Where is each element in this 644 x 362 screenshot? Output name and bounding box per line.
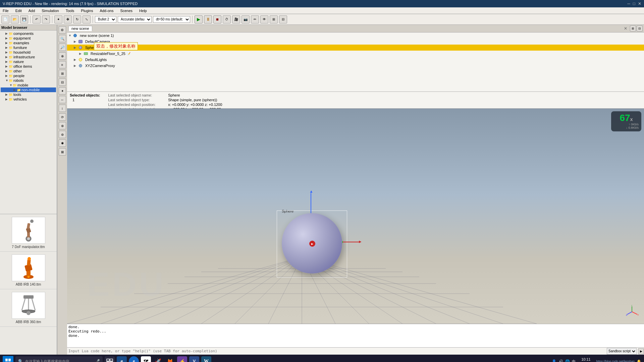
expand-btn[interactable]: ▼ <box>5 79 9 82</box>
menu-file[interactable]: File <box>1 8 10 13</box>
taskview-button[interactable] <box>105 356 115 362</box>
vt-btn-13[interactable]: ⊚ <box>59 131 66 138</box>
vt-btn-7[interactable]: ⊟ <box>59 78 66 86</box>
tb-select[interactable]: ✦ <box>54 15 62 23</box>
tree-item-non-mobile[interactable]: ▶📁non-mobile <box>1 87 56 92</box>
menu-plugins[interactable]: Plugins <box>79 8 94 13</box>
tb-open[interactable]: 📂 <box>11 15 19 23</box>
sphere-center-handle[interactable]: ► <box>309 241 315 247</box>
play-button[interactable]: ▶ <box>195 15 203 23</box>
vt-btn-2[interactable]: 🔍 <box>59 35 66 42</box>
tb-grid[interactable]: ⊞ <box>270 15 278 23</box>
expand-btn[interactable]: ▶ <box>5 60 9 63</box>
expand-btn[interactable]: ▶ <box>5 37 9 40</box>
tb-undo[interactable]: ↶ <box>33 15 41 23</box>
stop-button[interactable]: ■ <box>213 15 221 23</box>
vt-btn-4[interactable]: ⊕ <box>59 52 66 60</box>
sh-item-resizablefloor_5_25[interactable]: ▶ResizableFloor_5_25📝 <box>67 51 644 57</box>
model-tree[interactable]: ▶📁components▶📁equipment▶📁examples▶📁furni… <box>0 31 57 214</box>
sh-item-defaultlights[interactable]: ▶DefaultLights <box>67 57 644 63</box>
sh-item-xyzcameraproxy[interactable]: ▶XYZCameraProxy <box>67 63 644 69</box>
tree-item-other[interactable]: ▶📁other <box>1 69 56 73</box>
tree-item-examples[interactable]: ▶📁examples <box>1 41 56 45</box>
vt-btn-14[interactable]: ✱ <box>59 139 66 147</box>
thumbnail-item-0[interactable]: 7 DoF manipulator.ttm <box>0 214 57 252</box>
vt-btn-1[interactable]: ⚙ <box>59 26 66 34</box>
tree-item-equipment[interactable]: ▶📁equipment <box>1 36 56 41</box>
tree-item-components[interactable]: ▶📁components <box>1 31 56 36</box>
sphere-object[interactable]: Sphere ▲ ► ► <box>282 209 342 274</box>
vt-btn-11[interactable]: ⟳ <box>59 113 66 121</box>
expand-btn[interactable]: ▶ <box>5 51 9 54</box>
vt-btn-3[interactable]: 🔎 <box>59 44 66 51</box>
expand-btn[interactable]: ▶ <box>5 55 9 59</box>
tree-item-office-items[interactable]: ▶📁office items <box>1 64 56 69</box>
sh-expand-btn[interactable]: ▼ <box>68 34 72 37</box>
expand-btn[interactable]: ▶ <box>5 74 9 77</box>
tree-item-vehicles[interactable]: ▶📁vehicles <box>1 97 56 102</box>
tree-item-people[interactable]: ▶📁people <box>1 73 56 78</box>
firefox-icon[interactable]: 🦊 <box>165 356 175 362</box>
close-button[interactable]: ✕ <box>638 1 641 6</box>
sh-expand-btn[interactable]: ▶ <box>74 40 78 43</box>
app6-icon[interactable]: ⚡ <box>177 356 187 362</box>
vt-btn-5[interactable]: ≡ <box>59 61 66 68</box>
vt-btn-8[interactable]: ✦ <box>59 87 66 95</box>
menu-tools[interactable]: Tools <box>64 8 76 13</box>
tree-item-furniture[interactable]: ▶📁furniture <box>1 45 56 50</box>
tb-cam3[interactable]: ✏ <box>251 15 259 23</box>
edge-icon-2[interactable]: e <box>129 356 139 362</box>
expand-btn[interactable]: ▼ <box>9 83 13 87</box>
thumbnail-item-1[interactable]: ABB IRB 140.ttm <box>0 252 57 289</box>
taskbar-input-icon[interactable]: 中 <box>572 359 576 362</box>
rocketdock-icon[interactable]: 🚀 <box>153 356 163 362</box>
tb-redo[interactable]: ↷ <box>42 15 50 23</box>
expand-btn[interactable]: ▶ <box>5 46 9 49</box>
notification-icon[interactable]: 🔔 <box>637 359 641 362</box>
vt-btn-15[interactable]: ⊠ <box>59 148 66 156</box>
tree-item-robots[interactable]: ▼📁robots <box>1 78 56 83</box>
expand-btn[interactable]: ▶ <box>5 98 9 101</box>
vrep-taskbar-icon[interactable]: V <box>189 356 199 362</box>
maps-icon[interactable]: 🗺 <box>141 356 151 362</box>
menu-add[interactable]: Add <box>27 8 37 13</box>
search-bar[interactable]: 🔍 在这里输入你要搜索的内容 🎤 <box>15 356 103 362</box>
expand-btn[interactable]: ▶ <box>5 65 9 68</box>
tb-scale[interactable]: ⤡ <box>83 15 91 23</box>
menu-edit[interactable]: Edit <box>14 8 23 13</box>
tb-save[interactable]: 💾 <box>20 15 28 23</box>
lua-input-field[interactable] <box>67 348 607 355</box>
expand-btn[interactable]: ▶ <box>5 69 9 73</box>
minimize-button[interactable]: ─ <box>627 1 630 6</box>
sh-item-new-scene-(scene-1)[interactable]: ▼new scene (scene 1) <box>67 33 644 39</box>
taskbar-sound-icon[interactable]: 🔊 <box>558 359 563 362</box>
tree-item-tools[interactable]: ▶📁tools <box>1 92 56 97</box>
tree-item-infrastructure[interactable]: ▶📁infrastructure <box>1 55 56 59</box>
tb-realtime[interactable]: ⏱ <box>223 15 231 23</box>
expand-btn[interactable]: ▶ <box>5 93 9 96</box>
taskbar-clock[interactable]: 10:11 2019/3/28 <box>578 357 594 362</box>
pause-button[interactable]: ⏸ <box>204 15 212 23</box>
edge-taskbar-icon[interactable]: e <box>117 356 127 362</box>
sh-expand-btn[interactable]: ▶ <box>74 46 78 49</box>
tb-move[interactable]: ✤ <box>64 15 72 23</box>
menu-addons[interactable]: Add-ons <box>98 8 115 13</box>
lua-run-button[interactable]: ▶ <box>638 348 644 354</box>
thumbnail-item-2[interactable]: ABB IRB 360.ttm <box>0 289 57 327</box>
script-type-select[interactable]: Sandbox script Main script <box>607 348 637 355</box>
start-button[interactable] <box>3 356 13 362</box>
sh-close-button[interactable]: ✕ <box>624 26 627 31</box>
sh-content[interactable]: ▼new scene (scene 1)▶DefaultCamera▶Spher… <box>67 33 644 92</box>
expand-btn[interactable]: ▶ <box>13 88 17 92</box>
tree-item-mobile[interactable]: ▼📁mobile <box>1 83 56 87</box>
vt-btn-6[interactable]: ⊞ <box>59 70 66 77</box>
word-taskbar-icon[interactable]: W <box>201 356 211 362</box>
maximize-button[interactable]: □ <box>633 1 635 6</box>
tb-eye[interactable]: 👁 <box>260 15 268 23</box>
simulation-engine-select[interactable]: Bullet 2 ODE Vortex <box>95 16 116 23</box>
tb-layers[interactable]: ⊟ <box>279 15 287 23</box>
sh-item-sphere[interactable]: ▶Sphere <box>67 45 644 51</box>
sh-expand-btn[interactable]: ▶ <box>79 52 83 55</box>
tree-item-household[interactable]: ▶📁household <box>1 50 56 55</box>
scene-tab[interactable]: new scene <box>68 26 92 31</box>
